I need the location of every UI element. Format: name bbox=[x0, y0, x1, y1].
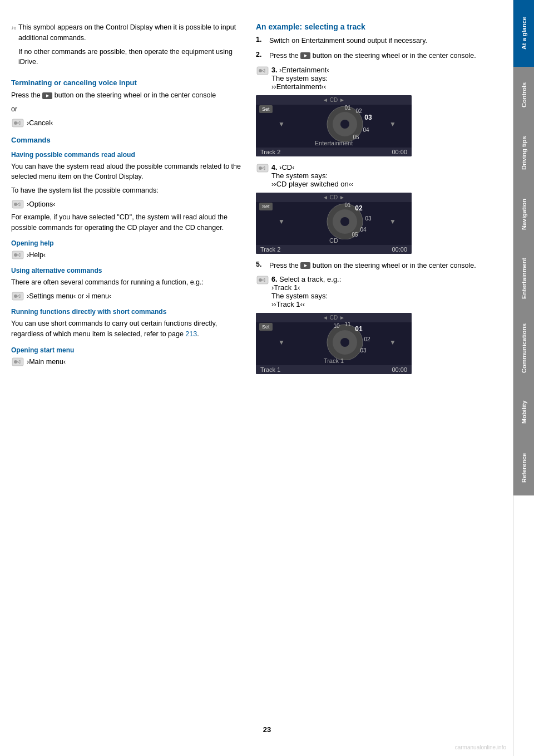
options-command-line: ›Options‹ bbox=[11, 199, 245, 209]
svg-text:▼: ▼ bbox=[278, 338, 285, 346]
svg-point-21 bbox=[14, 360, 17, 364]
right-column: An example: selecting a track 1. Switch … bbox=[256, 22, 502, 723]
cancel-command-text: ›Cancel‹ bbox=[27, 119, 53, 127]
cd-display-3-track: Track 1 bbox=[260, 366, 280, 373]
svg-point-47 bbox=[340, 217, 349, 226]
svg-point-6 bbox=[14, 203, 17, 206]
svg-text:01: 01 bbox=[355, 325, 363, 333]
sub-heading-short-commands: Running functions directly with short co… bbox=[11, 308, 245, 316]
step-2: 2. Press the button on the steering whee… bbox=[256, 51, 502, 61]
svg-text:10: 10 bbox=[333, 323, 340, 329]
read-aloud-text1: You can have the system read aloud the p… bbox=[11, 161, 245, 183]
step-3-command: ›Entertainment‹ bbox=[279, 66, 329, 74]
button-icon-1 bbox=[42, 92, 52, 99]
step-4-system-response: ››CD player switched on‹‹ bbox=[271, 180, 353, 188]
step-4-num: 4. bbox=[271, 164, 277, 171]
svg-text:02: 02 bbox=[355, 108, 362, 114]
step-4-content: 4. ›CD‹ The system says: ››CD player swi… bbox=[271, 163, 353, 188]
svg-text:▼: ▼ bbox=[389, 120, 395, 128]
step-6-content: 6. Select a track, e.g.: ›Track 1‹ The s… bbox=[271, 275, 341, 308]
sub-heading-read-aloud: Having possible commands read aloud bbox=[11, 151, 245, 159]
step-4-command: ›CD‹ bbox=[279, 163, 294, 171]
cd-display-3: ◄ CD ► Set 10 11 01 02 03 ▼ ▼ bbox=[256, 313, 412, 374]
cd-display-2-label: CD bbox=[256, 237, 412, 244]
cd-display-2-bottom: Track 2 00:00 bbox=[256, 245, 412, 254]
sidebar-tab-reference[interactable]: Reference bbox=[513, 440, 534, 495]
button-icon-5 bbox=[300, 262, 310, 269]
cd-display-3-label: Track 1 bbox=[256, 357, 412, 364]
sidebar-tab-mobility[interactable]: Mobility bbox=[513, 384, 534, 440]
svg-point-32 bbox=[340, 120, 349, 129]
cancel-command-line: ›Cancel‹ bbox=[11, 118, 245, 128]
step-3-content: 3. ›Entertainment‹ The system says: ››En… bbox=[271, 66, 329, 91]
step-6-command: ›Track 1‹ bbox=[271, 283, 300, 292]
svg-text:▼: ▼ bbox=[278, 218, 285, 225]
svg-point-16 bbox=[14, 294, 17, 298]
svg-text:▼: ▼ bbox=[389, 218, 395, 225]
page-link-213[interactable]: 213 bbox=[185, 330, 197, 338]
voice-icon-cancel bbox=[11, 118, 24, 128]
cd-display-1-label: Entertainment bbox=[256, 140, 412, 146]
step-3-num: 3. bbox=[271, 66, 277, 74]
sidebar-tab-at-glance[interactable]: At a glance bbox=[513, 0, 534, 67]
svg-text:11: 11 bbox=[344, 321, 351, 327]
svg-point-56 bbox=[259, 278, 262, 282]
step-6-num: 6. bbox=[271, 276, 277, 283]
button-icon-2 bbox=[300, 52, 310, 59]
sub-heading-alternative: Using alternative commands bbox=[11, 267, 245, 274]
cd-display-1-svg: 02 03 04 05 01 ▼ ▼ bbox=[273, 103, 395, 142]
sidebar-tab-communications[interactable]: Communications bbox=[513, 312, 534, 384]
cd-display-1-disc: 02 03 04 05 01 ▼ ▼ bbox=[256, 105, 412, 141]
step-3-system-response: ››Entertainment‹‹ bbox=[271, 82, 326, 91]
voice-icon-options bbox=[11, 199, 24, 209]
step-5: 5. Press the button on the steering whee… bbox=[256, 261, 502, 271]
read-aloud-text2: To have the system list the possible com… bbox=[11, 185, 245, 196]
svg-text:03: 03 bbox=[364, 114, 372, 121]
step-4: 4. ›CD‹ The system says: ››CD player swi… bbox=[256, 163, 502, 188]
cd-display-3-time: 00:00 bbox=[392, 366, 407, 373]
cd-display-2-svg: 01 02 03 04 05 ▼ ▼ bbox=[273, 200, 395, 239]
svg-text:03: 03 bbox=[360, 347, 367, 354]
page-number: 23 bbox=[263, 725, 271, 734]
main-menu-command-text: ›Main menu‹ bbox=[27, 358, 66, 366]
sidebar-tabs: At a glance Controls Driving tips Naviga… bbox=[513, 0, 534, 756]
sidebar-tab-driving-tips[interactable]: Driving tips bbox=[513, 122, 534, 184]
svg-point-62 bbox=[340, 338, 349, 347]
cd-display-3-svg: 10 11 01 02 03 ▼ ▼ bbox=[273, 321, 395, 360]
main-menu-command-line: ›Main menu‹ bbox=[11, 357, 245, 367]
svg-text:02: 02 bbox=[355, 204, 363, 212]
svg-text:04: 04 bbox=[363, 127, 369, 133]
cd-display-1: ◄ CD ► Set 02 03 04 05 01 bbox=[256, 95, 412, 156]
cd-display-2-disc: 01 02 03 04 05 ▼ ▼ bbox=[256, 202, 412, 238]
intro-text: This symbol appears on the Control Displ… bbox=[18, 22, 245, 43]
section-terminating-heading: Terminating or canceling voice input bbox=[11, 78, 245, 87]
svg-text:03: 03 bbox=[365, 215, 372, 222]
step-5-text: Press the button on the steering wheel o… bbox=[269, 261, 476, 271]
cd-display-1-time: 00:00 bbox=[392, 149, 407, 155]
voice-icon-settings bbox=[11, 291, 24, 301]
short-commands-text: You can use short commands to carry out … bbox=[11, 318, 245, 340]
options-command-text: ›Options‹ bbox=[27, 200, 55, 208]
sub-heading-opening-help: Opening help bbox=[11, 239, 245, 247]
step-4-system-says: The system says: bbox=[271, 171, 328, 180]
sidebar-tab-entertainment[interactable]: Entertainment bbox=[513, 245, 534, 312]
cd-display-3-bottom: Track 1 00:00 bbox=[256, 365, 412, 374]
sidebar-tab-navigation[interactable]: Navigation bbox=[513, 184, 534, 245]
step-6: 6. Select a track, e.g.: ›Track 1‹ The s… bbox=[256, 275, 502, 308]
step-3-system-says: The system says: bbox=[271, 74, 328, 82]
section-commands-heading: Commands bbox=[11, 136, 245, 144]
step-2-text: Press the button on the steering wheel o… bbox=[269, 51, 476, 61]
settings-command-text: ›Settings menu‹ or ›i menu‹ bbox=[27, 292, 111, 300]
cd-display-1-bottom: Track 2 00:00 bbox=[256, 148, 412, 156]
cd-display-2-track: Track 2 bbox=[260, 246, 280, 253]
step-6-subtext: Select a track, e.g.: bbox=[279, 275, 341, 283]
voice-icon-help bbox=[11, 250, 24, 260]
step-3: 3. ›Entertainment‹ The system says: ››En… bbox=[256, 66, 502, 91]
voice-icon-step6 bbox=[256, 275, 269, 285]
sidebar-tab-controls[interactable]: Controls bbox=[513, 67, 534, 122]
svg-text:02: 02 bbox=[364, 336, 370, 342]
intro-symbol-block: ♪₀ This symbol appears on the Control Di… bbox=[11, 22, 245, 71]
step-2-num: 2. bbox=[256, 51, 265, 58]
step-1-num: 1. bbox=[256, 36, 265, 43]
settings-command-line: ›Settings menu‹ or ›i menu‹ bbox=[11, 291, 245, 301]
